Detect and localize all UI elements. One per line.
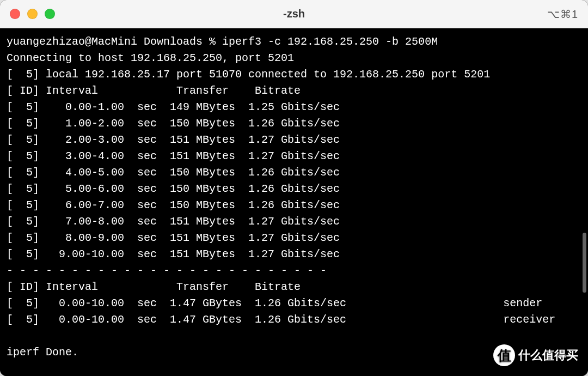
scrollbar[interactable] (583, 233, 586, 293)
watermark-icon: 值 (493, 344, 515, 366)
maximize-button[interactable] (45, 9, 55, 19)
keyboard-shortcut: ⌥⌘1 (547, 8, 578, 21)
watermark: 值 什么值得买 (493, 344, 578, 366)
close-button[interactable] (10, 9, 20, 19)
traffic-lights (10, 9, 55, 19)
terminal-content[interactable]: yuangezhizao@MacMini Downloads % iperf3 … (0, 28, 588, 376)
terminal-window: -zsh ⌥⌘1 yuangezhizao@MacMini Downloads … (0, 0, 588, 376)
titlebar[interactable]: -zsh ⌥⌘1 (0, 0, 588, 28)
minimize-button[interactable] (27, 9, 38, 19)
window-title: -zsh (283, 8, 305, 20)
terminal-output: yuangezhizao@MacMini Downloads % iperf3 … (7, 34, 581, 361)
watermark-text: 什么值得买 (518, 347, 578, 363)
